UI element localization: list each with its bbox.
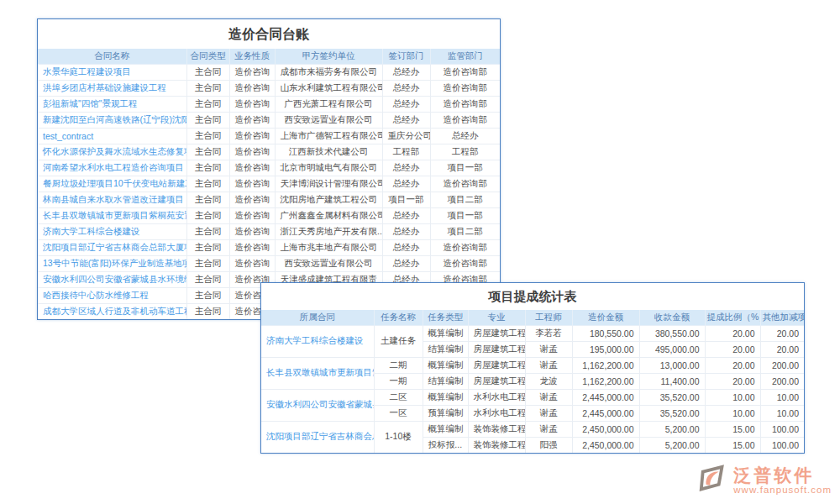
ledger-cell-business-nature: 造价咨询	[229, 96, 275, 112]
commission-cell-specialty: 房屋建筑工程	[468, 357, 525, 373]
ledger-cell-supervising-dept: 造价咨询部	[430, 80, 500, 96]
commission-col-contract: 所属合同	[261, 310, 374, 325]
commission-cell-received-amount: 495,000.00	[639, 341, 705, 357]
commission-cell-commission-ratio: 20.00	[705, 341, 760, 357]
ledger-cell-contract-name[interactable]: 洪埠乡团店村基础设施建设工程	[38, 80, 186, 96]
ledger-cell-business-nature: 造价咨询	[229, 144, 275, 160]
ledger-col-signing-dept: 签订部门	[382, 49, 430, 64]
commission-cell-cost-amount: 2,445,000.00	[572, 405, 639, 421]
commission-cell-commission-ratio: 10.00	[705, 405, 760, 421]
commission-cell-specialty: 水利水电工程	[468, 389, 525, 405]
commission-cell-engineer: 谢孟	[525, 341, 572, 357]
commission-cell-task-name: 一区	[374, 405, 423, 421]
ledger-row: test_contract主合同造价咨询上海市广德智工程有限公司重庆分公司总经办	[38, 128, 500, 144]
commission-title: 项目提成统计表	[261, 283, 804, 310]
commission-cell-received-amount: 13,000.00	[639, 357, 705, 373]
ledger-header-row: 合同名称合同类型业务性质甲方签约单位签订部门监管部门	[38, 49, 500, 64]
ledger-cell-contract-name[interactable]: 安徽水利四公司安徽省蒙城县水环境综合治	[38, 271, 186, 287]
ledger-cell-contract-type: 主合同	[186, 303, 229, 319]
ledger-cell-contract-name[interactable]: 哈西接待中心防水维修工程	[38, 287, 186, 303]
commission-cell-cost-amount: 195,000.00	[572, 341, 639, 357]
commission-cell-other-adjustment: 20.00	[760, 341, 804, 357]
ledger-row: 沈阳项目部辽宁省吉林商会总部大厦项目主合同造价咨询上海市兆丰地产有限公司总经办造…	[38, 239, 500, 255]
ledger-cell-business-nature: 造价咨询	[229, 112, 275, 128]
ledger-cell-signing-dept: 总经办	[382, 176, 430, 192]
ledger-cell-contract-type: 主合同	[186, 144, 229, 160]
ledger-cell-contract-name[interactable]: 沈阳项目部辽宁省吉林商会总部大厦项目	[38, 239, 186, 255]
commission-col-commission-ratio: 提成比例（%）	[705, 310, 760, 325]
ledger-cell-business-nature: 造价咨询	[229, 192, 275, 207]
commission-col-specialty: 专业	[468, 310, 525, 325]
commission-cell-other-adjustment: 10.00	[760, 389, 804, 405]
ledger-cell-contract-name[interactable]: 彭祖新城"四馆"景观工程	[38, 96, 186, 112]
ledger-row: 彭祖新城"四馆"景观工程主合同造价咨询广西光萧工程有限公司总经办造价咨询部	[38, 96, 500, 112]
ledger-cell-party-a-unit: 浙江天秀房地产开发有限...	[275, 223, 382, 239]
commission-cell-engineer: 李若若	[525, 325, 572, 341]
commission-cell-received-amount: 35,520.00	[639, 389, 705, 405]
ledger-cell-supervising-dept: 项目二部	[430, 192, 500, 207]
ledger-cell-signing-dept: 总经办	[382, 239, 430, 255]
ledger-cell-party-a-unit: 广西光萧工程有限公司	[275, 96, 382, 112]
logo-url: www.fanpusoft.com	[733, 485, 832, 495]
ledger-cell-signing-dept: 总经办	[382, 223, 430, 239]
commission-cell-task-name: 二区	[374, 389, 423, 405]
commission-col-engineer: 工程师	[525, 310, 572, 325]
ledger-cell-business-nature: 造价咨询	[229, 239, 275, 255]
ledger-row: 洪埠乡团店村基础设施建设工程主合同造价咨询山东水利建筑工程有限公司总经办造价咨询…	[38, 80, 500, 96]
ledger-cell-contract-type: 主合同	[186, 287, 229, 303]
commission-cell-task-type: 概算编制	[423, 357, 468, 373]
ledger-row: 怀化水源保护及舞水流域水生态修复项目合主合同造价咨询江西新技术代建公司工程部工程…	[38, 144, 500, 160]
ledger-cell-contract-name[interactable]: 餐厨垃圾处理项目10千伏变电站新建工程	[38, 176, 186, 192]
commission-cell-received-amount: 5,200.00	[639, 437, 705, 453]
ledger-row: 济南大学工科综合楼建设主合同造价咨询浙江天秀房地产开发有限...总经办项目二部	[38, 223, 500, 239]
commission-col-task-type: 任务类型	[423, 310, 468, 325]
commission-cell-engineer: 谢孟	[525, 357, 572, 373]
ledger-cell-business-nature: 造价咨询	[229, 160, 275, 176]
ledger-cell-contract-name[interactable]: 河南希望水利水电工程造价咨询项目	[38, 160, 186, 176]
ledger-cell-business-nature: 造价咨询	[229, 223, 275, 239]
commission-panel: 项目提成统计表 所属合同任务名称任务类型专业工程师造价金额收款金额提成比例（%）…	[260, 282, 805, 454]
ledger-cell-contract-name[interactable]: 济南大学工科综合楼建设	[38, 223, 186, 239]
commission-cell-engineer: 阳强	[525, 437, 572, 453]
commission-cell-other-adjustment: 200.00	[760, 373, 804, 389]
ledger-cell-party-a-unit: 天津博润设计管理有限公司	[275, 176, 382, 192]
ledger-cell-contract-type: 主合同	[186, 239, 229, 255]
ledger-cell-party-a-unit: 北京市明城电气有限公司	[275, 160, 382, 176]
commission-cell-commission-ratio: 20.00	[705, 373, 760, 389]
ledger-cell-contract-name[interactable]: 怀化水源保护及舞水流域水生态修复项目合	[38, 144, 186, 160]
ledger-row: 水景华庭工程建设项目主合同造价咨询成都市来福劳务有限公司总经办造价咨询部	[38, 64, 500, 80]
ledger-cell-contract-type: 主合同	[186, 176, 229, 192]
commission-cell-other-adjustment: 20.00	[760, 325, 804, 341]
commission-cell-commission-ratio: 10.00	[705, 389, 760, 405]
ledger-cell-signing-dept: 重庆分公司	[382, 128, 430, 144]
commission-cell-commission-ratio: 20.00	[705, 325, 760, 341]
commission-cell-task-name: 一期	[374, 373, 423, 389]
commission-cell-contract[interactable]: 沈阳项目部辽宁省吉林商会总部大厦项目	[261, 421, 374, 453]
ledger-cell-contract-name[interactable]: 13号中节能(富阳)环保产业制造基地项目	[38, 255, 186, 271]
commission-table: 所属合同任务名称任务类型专业工程师造价金额收款金额提成比例（%）其他加减项 济南…	[261, 310, 804, 453]
commission-cell-specialty: 装饰装修工程	[468, 437, 525, 453]
commission-cell-received-amount: 11,400.00	[639, 373, 705, 389]
commission-cell-contract[interactable]: 长丰县双墩镇城市更新项目紫桐苑安置点	[261, 357, 374, 389]
commission-cell-contract[interactable]: 安徽水利四公司安徽省蒙城县水环境综合治	[261, 389, 374, 421]
ledger-cell-contract-name[interactable]: 林南县城自来水取水管道改迁建项目（二期	[38, 192, 186, 207]
ledger-cell-contract-name[interactable]: test_contract	[38, 128, 186, 144]
ledger-col-supervising-dept: 监管部门	[430, 49, 500, 64]
commission-cell-task-type: 结算编制	[423, 373, 468, 389]
commission-cell-commission-ratio: 15.00	[705, 437, 760, 453]
commission-cell-specialty: 装饰装修工程	[468, 421, 525, 437]
ledger-cell-signing-dept: 项目一部	[382, 192, 430, 207]
ledger-cell-contract-name[interactable]: 成都大学区域人行道及非机动车道工程施工	[38, 303, 186, 319]
ledger-cell-signing-dept: 工程部	[382, 144, 430, 160]
ledger-cell-signing-dept: 总经办	[382, 96, 430, 112]
ledger-cell-contract-type: 主合同	[186, 223, 229, 239]
ledger-row: 新建沈阳至白河高速铁路(辽宁段)沈阳枢纽主合同造价咨询西安致远置业有限公司总经办…	[38, 112, 500, 128]
commission-cell-specialty: 房屋建筑工程	[468, 341, 525, 357]
ledger-cell-contract-name[interactable]: 新建沈阳至白河高速铁路(辽宁段)沈阳枢纽	[38, 112, 186, 128]
ledger-cell-contract-name[interactable]: 水景华庭工程建设项目	[38, 64, 186, 80]
ledger-cell-contract-name[interactable]: 长丰县双墩镇城市更新项目紫桐苑安置点	[38, 207, 186, 223]
commission-cell-contract[interactable]: 济南大学工科综合楼建设	[261, 325, 374, 357]
commission-cell-commission-ratio: 20.00	[705, 357, 760, 373]
commission-cell-received-amount: 35,520.00	[639, 405, 705, 421]
ledger-cell-business-nature: 造价咨询	[229, 64, 275, 80]
